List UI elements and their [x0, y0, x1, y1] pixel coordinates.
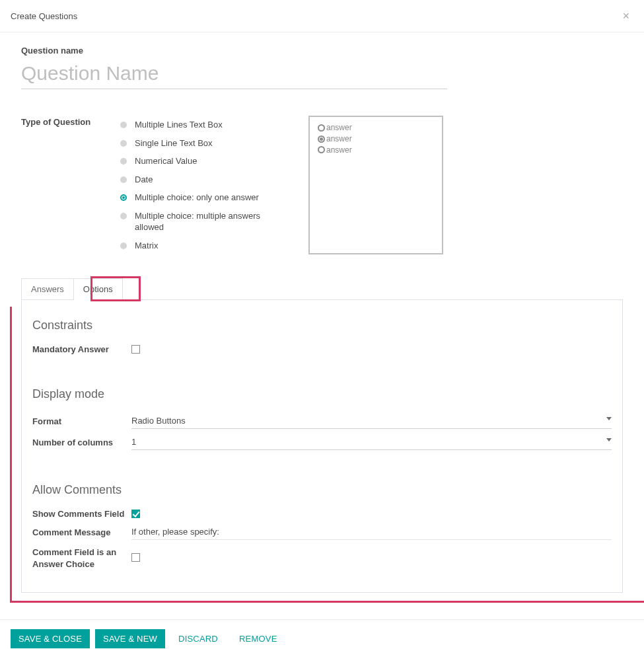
radio-icon: [120, 213, 127, 219]
tab-label: Answers: [31, 284, 64, 294]
type-option-date[interactable]: Date: [120, 171, 289, 189]
format-value[interactable]: [131, 413, 612, 429]
columns-select[interactable]: [131, 434, 612, 450]
type-option-numerical[interactable]: Numerical Value: [120, 152, 289, 171]
mandatory-answer-checkbox[interactable]: [131, 345, 140, 354]
modal-title: Create Questions: [11, 11, 77, 21]
comment-is-choice-label: Comment Field is an Answer Choice: [32, 545, 131, 570]
radio-icon-selected: [120, 194, 127, 201]
preview-row: answer: [318, 145, 434, 156]
type-option-label: Matrix: [135, 240, 158, 252]
preview-row: answer: [318, 122, 434, 134]
type-option-matrix[interactable]: Matrix: [120, 237, 289, 255]
question-name-label: Question name: [21, 46, 623, 56]
save-new-button[interactable]: Save & New: [95, 629, 165, 648]
tab-label: Options: [83, 284, 113, 294]
save-close-button[interactable]: Save & Close: [11, 629, 90, 648]
close-button[interactable]: ×: [618, 9, 633, 22]
radio-preview-icon-filled: [318, 135, 325, 143]
type-of-question-label: Type of Question: [21, 116, 120, 254]
type-option-label: Single Line Text Box: [135, 137, 213, 149]
chevron-down-icon: [606, 417, 612, 420]
preview-row: answer: [318, 134, 434, 145]
columns-label: Number of columns: [32, 438, 131, 447]
discard-button[interactable]: Discard: [170, 629, 226, 648]
radio-icon: [120, 122, 127, 128]
mandatory-answer-label: Mandatory Answer: [32, 344, 131, 354]
tab-answers[interactable]: Answers: [21, 278, 73, 299]
section-constraints-title: Constraints: [32, 319, 612, 332]
columns-value[interactable]: [131, 434, 612, 450]
remove-button[interactable]: Remove: [231, 629, 285, 648]
type-option-label: Multiple choice: multiple answers allowe…: [135, 210, 289, 233]
tab-options[interactable]: Options: [73, 278, 123, 299]
modal-body: Question name Type of Question Multiple …: [0, 32, 644, 599]
comment-is-choice-checkbox[interactable]: [131, 553, 140, 562]
show-comments-label: Show Comments Field: [32, 509, 131, 519]
comment-message-label: Comment Message: [32, 527, 131, 537]
close-icon: ×: [622, 9, 629, 22]
comment-message-input[interactable]: [131, 524, 612, 540]
preview-label: answer: [326, 122, 352, 134]
type-option-label: Multiple Lines Text Box: [135, 119, 223, 131]
tab-content: Constraints Mandatory Answer Display mod…: [21, 300, 623, 593]
type-option-label: Date: [135, 174, 153, 186]
radio-icon: [120, 140, 127, 147]
show-comments-checkbox[interactable]: [131, 510, 140, 518]
modal-header: Create Questions ×: [0, 0, 644, 32]
radio-icon: [120, 243, 127, 249]
type-option-multiple-one[interactable]: Multiple choice: only one answer: [120, 188, 289, 207]
preview-label: answer: [326, 145, 352, 156]
type-option-multiple-many[interactable]: Multiple choice: multiple answers allowe…: [120, 207, 289, 237]
radio-icon: [120, 176, 127, 183]
radio-icon: [120, 158, 127, 165]
format-label: Format: [32, 416, 131, 426]
radio-preview-icon: [318, 124, 325, 132]
question-preview: answer answer answer: [308, 116, 443, 254]
modal-footer: Save & Close Save & New Discard Remove: [0, 619, 644, 649]
section-comments-title: Allow Comments: [32, 483, 612, 497]
type-option-label: Multiple choice: only one answer: [135, 192, 259, 204]
type-option-singleline[interactable]: Single Line Text Box: [120, 134, 289, 153]
format-select[interactable]: [131, 413, 612, 429]
chevron-down-icon: [606, 438, 612, 441]
radio-preview-icon: [318, 146, 325, 153]
type-options-group: Multiple Lines Text Box Single Line Text…: [120, 116, 289, 254]
section-display-title: Display mode: [32, 387, 612, 401]
tabs-bar: Answers Options: [21, 278, 623, 300]
type-option-multiline[interactable]: Multiple Lines Text Box: [120, 116, 289, 134]
preview-label: answer: [326, 134, 352, 145]
type-option-label: Numerical Value: [135, 155, 197, 167]
question-name-input[interactable]: [21, 59, 447, 89]
